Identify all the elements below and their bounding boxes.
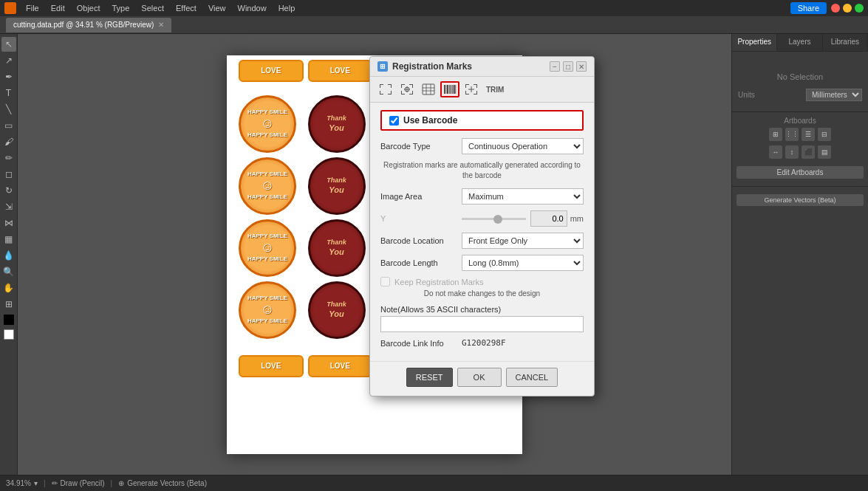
image-area-label: Image Area [380, 192, 462, 201]
selection-tool[interactable]: ↖ [1, 37, 16, 52]
image-area-row: Image Area Maximum [380, 188, 584, 205]
share-button[interactable]: Share [790, 2, 827, 14]
sticker-r1c1: ThankYou [308, 157, 366, 215]
menu-file[interactable]: File [21, 2, 44, 14]
document-tab[interactable]: cutting.data.pdf @ 34.91 % (RGB/Preview)… [6, 18, 171, 32]
pencil-tool[interactable]: ✏ [1, 151, 16, 165]
dialog-body: Use Barcode Barcode Type Continuous Oper… [370, 103, 594, 361]
sticker-r0c0: HAPPY SMILE ☺ HAPPY SMILE [239, 95, 296, 153]
top-label-1: LOVE [308, 60, 373, 82]
keep-marks-label: Keep Registration Marks [394, 278, 483, 286]
marks-icon-2[interactable] [419, 81, 438, 97]
menu-effect[interactable]: Effect [171, 2, 202, 14]
barcode-link-row: Barcode Link Info G1200298F [380, 338, 584, 348]
eraser-tool[interactable]: ◻ [1, 167, 16, 182]
menu-object[interactable]: Object [72, 2, 106, 14]
generate-vectors-section: Generate Vectors (Beta) [732, 186, 868, 213]
line-tool[interactable]: ╲ [1, 102, 16, 117]
current-tool: ✏ Draw (Pencil) [52, 479, 105, 487]
info-text: Registration marks are automatically gen… [380, 160, 584, 181]
barcode-type-select[interactable]: Continuous Operation [462, 138, 584, 154]
stroke-color[interactable] [4, 329, 14, 340]
artboard-tool[interactable]: ⊞ [1, 297, 16, 312]
artboard-icons-row: ⊞ ⋮⋮ ☰ ⊟ [737, 128, 864, 141]
use-barcode-checkbox[interactable] [389, 116, 399, 126]
barcode-length-select[interactable]: Long (0.8mm) [462, 255, 584, 271]
paintbrush-tool[interactable]: 🖌 [1, 134, 16, 149]
cancel-button[interactable]: CANCEL [506, 368, 558, 387]
barcode-type-row: Barcode Type Continuous Operation [380, 138, 584, 154]
edit-artboards-button[interactable]: Edit Artboards [737, 166, 864, 179]
shape-tool[interactable]: ▭ [1, 118, 16, 133]
marks-icon-4[interactable] [462, 81, 481, 97]
y-unit: mm [570, 214, 584, 223]
dialog-close-button[interactable]: ✕ [576, 61, 587, 72]
tab-close-icon[interactable]: ✕ [158, 21, 164, 29]
panel-content: No Selection Units Millimeters [732, 66, 868, 111]
zoom-dropdown-icon[interactable]: ▾ [34, 479, 38, 487]
window-maximize[interactable] [843, 4, 852, 13]
zoom-level: 34.91% [6, 479, 31, 487]
dialog-minimize-button[interactable]: − [550, 61, 560, 72]
generate-vectors-status: ⊕ Generate Vectors (Beta) [118, 479, 207, 487]
y-input[interactable] [530, 210, 567, 227]
svg-rect-29 [452, 85, 453, 94]
marks-icon-1[interactable] [397, 81, 417, 97]
artboard-grid-icon[interactable]: ⊞ [769, 128, 782, 141]
menu-help[interactable]: Help [273, 2, 301, 14]
barcode-marks-icon[interactable] [440, 81, 459, 97]
y-slider[interactable] [462, 218, 526, 220]
dialog-restore-button[interactable]: □ [563, 61, 573, 72]
scale-tool[interactable]: ⇲ [1, 199, 16, 214]
artboard-icon-2-0[interactable]: ↔ [769, 145, 782, 159]
note-input[interactable] [380, 316, 584, 332]
menu-edit[interactable]: Edit [46, 2, 70, 14]
svg-rect-26 [447, 85, 448, 94]
reset-button[interactable]: RESET [406, 368, 453, 387]
image-area-select[interactable]: Maximum [462, 188, 584, 205]
artboard-icon-2-1[interactable]: ↕ [785, 145, 799, 159]
zoom-tool[interactable]: 🔍 [1, 264, 16, 279]
artboard-icon-2-3[interactable]: ▤ [818, 145, 831, 159]
generate-vectors-button[interactable]: Generate Vectors (Beta) [737, 194, 864, 206]
rotate-tool[interactable]: ↻ [1, 183, 16, 198]
dialog-window-controls: − □ ✕ [550, 61, 587, 72]
gradient-tool[interactable]: ▦ [1, 232, 16, 247]
blend-tool[interactable]: ⋈ [1, 216, 16, 230]
menu-bar: File Edit Object Type Select Effect View… [0, 0, 868, 16]
menu-type[interactable]: Type [107, 2, 135, 14]
pen-tool[interactable]: ✒ [1, 69, 16, 84]
status-bar: 34.91% ▾ | ✏ Draw (Pencil) | ⊕ Generate … [0, 475, 868, 491]
units-select[interactable]: Millimeters [806, 89, 862, 101]
eyedropper-tool[interactable]: 💧 [1, 248, 16, 263]
marks-icon-0[interactable] [376, 81, 395, 97]
sticker-r3c0: HAPPY SMILE ☺ HAPPY SMILE [239, 281, 296, 339]
artboard-arrange-icon[interactable]: ⋮⋮ [785, 128, 799, 141]
separator-2: | [111, 479, 113, 487]
menu-view[interactable]: View [203, 2, 231, 14]
sticker-r2c1: ThankYou [308, 219, 366, 277]
barcode-length-row: Barcode Length Long (0.8mm) [380, 255, 584, 271]
sticker-r2c0: HAPPY SMILE ☺ HAPPY SMILE [239, 219, 296, 277]
dialog-title-bar: ⊞ Registration Marks − □ ✕ [370, 57, 594, 77]
artboard-icons-row-2: ↔ ↕ ⬛ ▤ [737, 145, 864, 159]
do-not-change-text: Do not make changes to the design [380, 289, 584, 298]
artboard-icon-2-2[interactable]: ⬛ [802, 145, 815, 159]
barcode-location-select[interactable]: Front Edge Only [462, 233, 584, 249]
direct-selection-tool[interactable]: ↗ [1, 53, 16, 68]
menu-window[interactable]: Window [233, 2, 272, 14]
ok-button[interactable]: OK [457, 368, 502, 387]
libraries-tab[interactable]: Libraries [823, 34, 868, 51]
properties-tab[interactable]: Properties [732, 34, 777, 51]
window-close[interactable] [855, 4, 864, 13]
artboard-align-icon[interactable]: ☰ [802, 128, 815, 141]
hand-tool[interactable]: ✋ [1, 281, 16, 295]
artboards-section: Artboards ⊞ ⋮⋮ ☰ ⊟ ↔ ↕ ⬛ ▤ Edit Artboard… [732, 111, 868, 186]
menu-select[interactable]: Select [136, 2, 169, 14]
fill-color[interactable] [4, 315, 14, 325]
artboard-distribute-icon[interactable]: ⊟ [818, 128, 831, 141]
type-tool[interactable]: T [1, 86, 16, 100]
window-minimize[interactable] [831, 4, 840, 13]
svg-rect-25 [446, 85, 447, 94]
layers-tab[interactable]: Layers [777, 34, 822, 51]
